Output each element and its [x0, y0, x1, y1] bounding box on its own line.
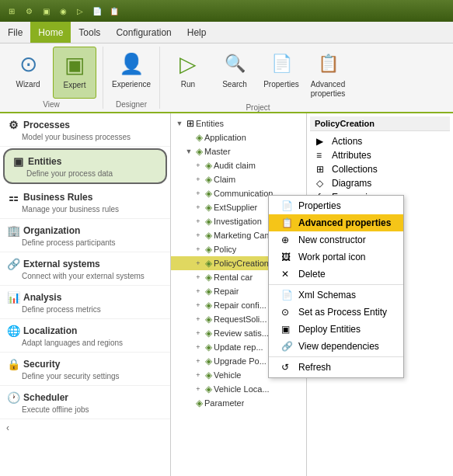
sidebar-item-organization[interactable]: 🏢 Organization Define process participan…: [0, 219, 170, 252]
ribbon-designer-section: 👤 Experience Designer: [103, 47, 160, 109]
ctx-work-portal-icon[interactable]: 🖼 Work portal icon: [269, 248, 403, 266]
localization-icon: 🌐: [6, 324, 20, 338]
icon3: ▣: [39, 4, 53, 18]
external-systems-sub: Connect with your external systems: [6, 272, 164, 280]
tree-comm-icon: ◈: [205, 188, 212, 199]
tree-master[interactable]: ▼ ◈ Master: [171, 144, 306, 158]
ctx-new-constructor[interactable]: ⊕ New constructor: [269, 231, 403, 248]
panel-diagrams[interactable]: ◇ Diagrams: [310, 176, 450, 190]
ctx-separator-1: [269, 284, 403, 285]
tree-upgpo-expand: +: [193, 357, 204, 365]
experience-button[interactable]: 👤 Experience: [110, 47, 153, 99]
tree-comm-label: Communication: [214, 189, 273, 198]
sidebar-item-security[interactable]: 🔒 Security Define your security settings: [0, 353, 170, 386]
tree-updrep-label: Update rep...: [214, 342, 263, 352]
context-menu: 📄 Properties 📋 Advanced properties ⊕ New…: [268, 195, 404, 378]
ctx-advprop-icon: 📋: [281, 217, 294, 228]
ctx-newconstr-icon: ⊕: [281, 235, 294, 245]
sidebar-item-external-systems[interactable]: 🔗 External systems Connect with your ext…: [0, 252, 170, 286]
ctx-refresh-label: Refresh: [298, 362, 331, 373]
icon4: ◉: [56, 4, 70, 18]
ctx-refresh[interactable]: ↺ Refresh: [269, 359, 403, 376]
tree-inv-label: Investigation: [214, 217, 262, 226]
search-button[interactable]: 🔍 Search: [213, 47, 256, 102]
tree-pol-label: Policy: [214, 245, 236, 254]
menu-tools[interactable]: Tools: [71, 22, 108, 43]
tree-application[interactable]: ◈ Application: [171, 130, 306, 144]
title-bar: ⊞ ⚙ ▣ ◉ ▷ 📄 📋: [0, 0, 453, 22]
tree-claim[interactable]: + ◈ Claim: [171, 172, 306, 186]
tree-parameter[interactable]: ◈ Parameter: [171, 396, 306, 410]
ctx-properties[interactable]: 📄 Properties: [269, 197, 403, 214]
tree-ext-icon: ◈: [205, 202, 212, 213]
experience-label: Experience: [112, 80, 151, 89]
ribbon: ⊙ Wizard ▣ Expert View 👤 Experience Desi…: [0, 43, 453, 113]
tree-audit-label: Audit claim: [214, 161, 256, 170]
advanced-properties-button[interactable]: 📋 Advanced properties: [306, 47, 350, 102]
tree-revsatis-expand: +: [193, 329, 204, 337]
sidebar-collapse-button[interactable]: ‹: [0, 419, 170, 436]
run-button[interactable]: ▷ Run: [166, 47, 210, 102]
tree-reqsoli-label: RequestSoli...: [214, 314, 267, 324]
expert-icon: ▣: [61, 50, 89, 78]
sidebar-item-entities[interactable]: ▣ Entities Define your process data: [3, 148, 167, 184]
ctx-refresh-icon: ↺: [281, 362, 294, 373]
external-systems-icon: 🔗: [6, 257, 20, 271]
run-icon: ▷: [174, 50, 202, 78]
tree-entities-root[interactable]: ▼ ⊞ Entities: [171, 116, 306, 130]
wizard-icon: ⊙: [14, 50, 42, 78]
tree-vehicle-loca[interactable]: + ◈ Vehicle Loca...: [171, 382, 306, 396]
properties-button[interactable]: 📄 Properties: [260, 47, 303, 102]
expert-label: Expert: [64, 81, 86, 90]
ctx-set-as-process[interactable]: ⊙ Set as Process Entity: [269, 304, 403, 321]
panel-attributes[interactable]: ≡ Attributes: [310, 148, 450, 162]
tree-audit-claim[interactable]: + ◈ Audit claim: [171, 158, 306, 172]
ctx-viewdep-label: View dependencies: [298, 341, 379, 352]
tree-claim-label: Claim: [214, 175, 235, 184]
collapse-icon: ‹: [6, 422, 9, 433]
tree-vehloca-label: Vehicle Loca...: [214, 384, 270, 394]
sidebar-item-localization[interactable]: 🌐 Localization Adapt languages and regio…: [0, 319, 170, 353]
expert-button[interactable]: ▣ Expert: [53, 47, 96, 99]
sidebar-item-processes[interactable]: ⚙ Processes Model your business processe…: [0, 113, 170, 147]
menu-configuration[interactable]: Configuration: [108, 22, 179, 43]
tree-master-expand: ▼: [183, 148, 194, 155]
tree-polcreation-expand: +: [193, 259, 204, 267]
ctx-xml-schemas[interactable]: 📄 Xml Schemas: [269, 287, 403, 304]
sidebar-item-scheduler[interactable]: 🕐 Scheduler Execute offline jobs: [0, 386, 170, 419]
tree-ext-label: ExtSupplier: [214, 203, 257, 212]
ctx-advanced-properties[interactable]: 📋 Advanced properties: [269, 214, 403, 231]
tree-repair-expand: +: [193, 287, 204, 295]
tree-entities-label: Entities: [196, 119, 224, 128]
tree-rental-expand: +: [193, 273, 204, 281]
menu-file[interactable]: File: [0, 22, 30, 43]
icon2: ⚙: [22, 4, 36, 18]
ctx-view-dependencies[interactable]: 🔗 View dependencies: [269, 338, 403, 355]
app-icon: ⊞: [5, 4, 19, 18]
tree-inv-icon: ◈: [205, 216, 212, 227]
menu-home[interactable]: Home: [30, 22, 71, 43]
tree-veh-label: Vehicle: [214, 370, 241, 380]
wizard-button[interactable]: ⊙ Wizard: [6, 47, 50, 99]
advanced-properties-label: Advanced properties: [308, 80, 348, 99]
tree-updrep-icon: ◈: [205, 342, 212, 353]
sidebar-item-analysis[interactable]: 📊 Analysis Define process metrics: [0, 286, 170, 319]
sidebar-item-business-rules[interactable]: ⚏ Business Rules Manage your business ru…: [0, 186, 170, 219]
tree-repconf-icon: ◈: [205, 300, 212, 311]
tree-repconf-expand: +: [193, 301, 204, 309]
security-icon: 🔒: [6, 357, 20, 371]
tree-inv-expand: +: [193, 217, 204, 225]
ctx-properties-icon: 📄: [281, 200, 294, 211]
tree-audit-expand: +: [193, 162, 204, 169]
ctx-xml-label: Xml Schemas: [298, 290, 356, 301]
ribbon-project-section: ▷ Run 🔍 Search 📄 Properties 📋 Advanced p…: [160, 47, 356, 109]
ctx-deploy-entities[interactable]: ▣ Deploy Entities: [269, 321, 403, 338]
ctx-delete[interactable]: ✕ Delete: [269, 266, 403, 283]
menu-bar: File Home Tools Configuration Help: [0, 22, 453, 43]
ctx-setprocess-label: Set as Process Entity: [298, 307, 387, 318]
business-rules-icon: ⚏: [6, 190, 20, 204]
panel-collections[interactable]: ⊞ Collections: [310, 162, 450, 176]
panel-actions[interactable]: ▶ Actions: [310, 134, 450, 148]
ctx-setprocess-icon: ⊙: [281, 307, 294, 318]
menu-help[interactable]: Help: [179, 22, 214, 43]
